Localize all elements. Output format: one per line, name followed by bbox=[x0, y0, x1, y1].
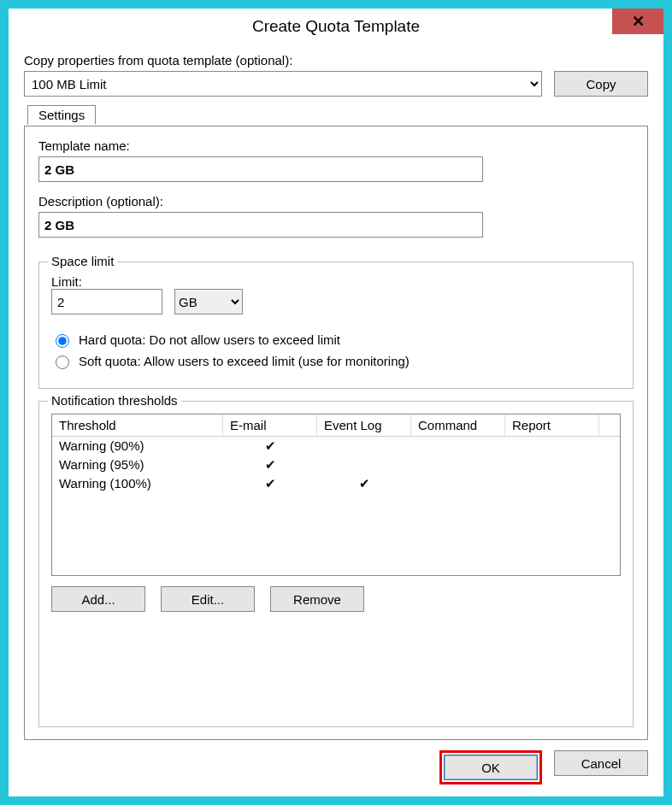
remove-threshold-button[interactable]: Remove bbox=[270, 586, 364, 612]
col-event[interactable]: Event Log bbox=[317, 414, 411, 436]
tabs: Settings Template name: Description (opt… bbox=[24, 126, 648, 740]
add-threshold-button[interactable]: Add... bbox=[51, 586, 145, 612]
edit-threshold-button[interactable]: Edit... bbox=[161, 586, 255, 612]
check-icon bbox=[317, 437, 411, 455]
thresholds-table[interactable]: Threshold E-mail Event Log Command Repor… bbox=[51, 414, 621, 576]
close-button[interactable]: ✕ bbox=[612, 9, 663, 34]
close-icon: ✕ bbox=[632, 12, 645, 31]
dialog-content: Copy properties from quota template (opt… bbox=[9, 44, 663, 796]
check-icon bbox=[411, 474, 505, 493]
col-report[interactable]: Report bbox=[505, 414, 599, 436]
description-input[interactable] bbox=[38, 212, 483, 238]
table-row[interactable]: Warning (95%)✔ bbox=[52, 455, 620, 474]
ok-button[interactable]: OK bbox=[444, 755, 538, 780]
check-icon bbox=[411, 455, 505, 474]
copy-button[interactable]: Copy bbox=[554, 71, 648, 97]
copy-template-select[interactable]: 100 MB Limit bbox=[24, 71, 542, 97]
thresholds-header: Threshold E-mail Event Log Command Repor… bbox=[52, 414, 620, 437]
check-icon: ✔ bbox=[317, 474, 411, 493]
copy-template-section: Copy properties from quota template (opt… bbox=[24, 53, 648, 97]
soft-quota-radio[interactable] bbox=[56, 355, 69, 369]
threshold-label: Warning (100%) bbox=[52, 474, 223, 493]
space-limit-legend: Space limit bbox=[48, 254, 117, 268]
check-icon bbox=[505, 455, 599, 474]
threshold-label: Warning (90%) bbox=[52, 437, 223, 455]
titlebar: Create Quota Template ✕ bbox=[9, 9, 663, 44]
dialog-buttons: OK Cancel bbox=[24, 740, 648, 784]
tab-settings[interactable]: Settings bbox=[27, 105, 96, 125]
col-email[interactable]: E-mail bbox=[223, 414, 317, 436]
hard-quota-label: Hard quota: Do not allow users to exceed… bbox=[79, 332, 340, 347]
col-command[interactable]: Command bbox=[411, 414, 505, 436]
template-name-label: Template name: bbox=[38, 138, 634, 153]
limit-label: Limit: bbox=[51, 274, 162, 289]
limit-input[interactable] bbox=[51, 289, 162, 314]
check-icon bbox=[505, 437, 599, 455]
check-icon bbox=[317, 455, 411, 474]
check-icon bbox=[411, 437, 505, 455]
soft-quota-label: Soft quota: Allow users to exceed limit … bbox=[79, 354, 410, 368]
tab-body: Template name: Description (optional): S… bbox=[24, 126, 648, 740]
copy-template-label: Copy properties from quota template (opt… bbox=[24, 53, 648, 68]
dialog-window: Create Quota Template ✕ Copy properties … bbox=[0, 0, 672, 805]
check-icon: ✔ bbox=[223, 437, 317, 455]
space-limit-group: Space limit Limit: GB Hard quota: Do not… bbox=[38, 261, 634, 389]
hard-quota-radio[interactable] bbox=[56, 334, 69, 348]
check-icon: ✔ bbox=[223, 455, 317, 474]
thresholds-legend: Notification thresholds bbox=[48, 393, 181, 408]
cancel-button[interactable]: Cancel bbox=[554, 750, 648, 776]
window-title: Create Quota Template bbox=[9, 17, 663, 36]
table-row[interactable]: Warning (90%)✔ bbox=[52, 437, 620, 455]
threshold-label: Warning (95%) bbox=[52, 455, 223, 474]
limit-unit-select[interactable]: GB bbox=[174, 289, 243, 314]
check-icon bbox=[505, 474, 599, 493]
check-icon: ✔ bbox=[223, 474, 317, 493]
description-label: Description (optional): bbox=[38, 194, 634, 209]
table-row[interactable]: Warning (100%)✔✔ bbox=[52, 474, 620, 493]
thresholds-group: Notification thresholds Threshold E-mail… bbox=[38, 401, 634, 727]
ok-button-highlight: OK bbox=[439, 750, 542, 784]
template-name-input[interactable] bbox=[38, 156, 483, 182]
col-threshold[interactable]: Threshold bbox=[52, 414, 223, 436]
